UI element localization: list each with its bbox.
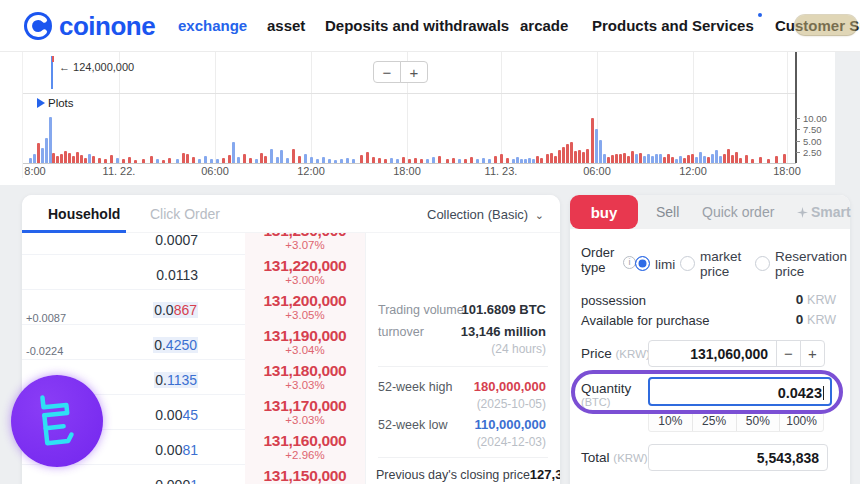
orderbook-row[interactable]: 0.0867131,200,000+3.05%: [22, 290, 365, 325]
volume-bar: [731, 155, 734, 163]
tab-smart[interactable]: Smart: [797, 204, 851, 220]
order-price-cell[interactable]: 131,150,000: [245, 465, 365, 484]
volume-bar: [60, 154, 63, 163]
coinone-exchange-page: { "nav": { "brand": "coinone", "items": …: [0, 0, 860, 484]
order-price-cell[interactable]: 131,160,000+2.96%: [245, 430, 365, 465]
radio-reservation-price[interactable]: [755, 256, 770, 271]
coinone-logo[interactable]: coinone: [24, 11, 155, 41]
volume-bar: [562, 147, 565, 163]
percent-25-button[interactable]: 25%: [692, 412, 736, 431]
order-price: 131,170,000: [245, 397, 365, 414]
available-label: Available for purchase: [581, 313, 709, 328]
nav-item-asset[interactable]: asset: [267, 17, 305, 34]
volume-bar: [80, 155, 83, 163]
y-axis-label: 5.00: [803, 136, 822, 147]
radio-limit-label[interactable]: limi: [655, 257, 675, 272]
volume-bar: [703, 156, 706, 163]
possession-value: 0 KRW: [796, 292, 836, 307]
price-field-label: Price (KRW): [581, 346, 650, 361]
quantity-input[interactable]: 0.0423: [648, 377, 832, 406]
nav-item-customer-support[interactable]: Customer Support: [775, 17, 860, 34]
y-axis-tick: [796, 152, 800, 153]
percent-100-button[interactable]: 100%: [779, 412, 823, 431]
volume-bar: [619, 154, 622, 163]
quantity-field-unit: (BTC): [581, 396, 610, 408]
volume-bar: [603, 154, 606, 163]
collection-dropdown[interactable]: Collection (Basic) ⌄: [427, 207, 544, 222]
tab-quick-order[interactable]: Quick order: [702, 204, 774, 220]
previous-close-value: 127,31: [530, 467, 560, 482]
order-change-percent: +3.07%: [245, 239, 365, 252]
tab-household[interactable]: Household: [48, 206, 120, 222]
y-axis-label: 7.50: [803, 124, 822, 135]
previous-close-row: Previous day's closing price127,31: [376, 467, 560, 482]
orderbook-card: 0.0007131,230,000+3.07%0.0113131,220,000…: [22, 195, 560, 484]
radio-limit-price[interactable]: [635, 256, 650, 271]
volume-bar: [45, 138, 48, 163]
percent-10-button[interactable]: 10%: [649, 412, 692, 431]
previous-close-label: Previous day's closing price: [376, 468, 530, 482]
price-input[interactable]: 131,060,000: [648, 340, 777, 367]
radio-market-price[interactable]: [680, 256, 695, 271]
price-increment-button[interactable]: +: [800, 340, 825, 367]
turnover-period: (24 hours): [491, 342, 546, 356]
total-input[interactable]: 5,543,838: [648, 444, 828, 471]
order-change-percent: +3.03%: [245, 414, 365, 427]
orderbook-row[interactable]: 0.0001131,150,000: [22, 465, 365, 484]
volume-bar: [438, 156, 441, 163]
volume-bar: [735, 152, 738, 163]
tab-buy[interactable]: buy: [570, 195, 638, 229]
tab-sell[interactable]: Sell: [656, 204, 679, 220]
volume-bar: [775, 156, 778, 163]
order-price: 131,190,000: [245, 327, 365, 344]
zoom-in-button[interactable]: +: [400, 61, 428, 83]
nav-item-arcade[interactable]: arcade: [520, 17, 568, 34]
orderbook-row[interactable]: 0.0113131,220,000+3.00%: [22, 255, 365, 290]
volume-bar: [68, 153, 71, 163]
volume-bar: [182, 153, 185, 163]
zoom-out-button[interactable]: −: [373, 61, 401, 83]
x-axis-label: 18:00: [773, 165, 801, 177]
new-badge-dot: [758, 13, 762, 17]
volume-bar: [150, 156, 153, 163]
volume-bar: [611, 155, 614, 163]
volume-bar: [232, 142, 235, 163]
week-high-label: 52-week high: [378, 380, 452, 394]
radio-market-label[interactable]: market price: [700, 249, 741, 279]
turnover-value: 13,146 million: [461, 324, 546, 339]
total-field-label: Total (KRW): [581, 450, 648, 465]
x-axis-label: 06:00: [583, 165, 611, 177]
price-decrement-button[interactable]: −: [776, 340, 801, 367]
brand-wordmark: coinone: [59, 11, 155, 41]
radio-reservation-label[interactable]: Reservation price: [775, 249, 847, 279]
top-navbar: coinone exchange asset Deposits and with…: [0, 0, 860, 52]
week-low-value: 110,000,000: [474, 417, 546, 432]
x-axis-label: 11. 22.: [103, 165, 136, 177]
volume-bar: [243, 154, 246, 163]
volume-bar: [292, 149, 295, 163]
chart-plot-area[interactable]: ← 124,000,000 Plots − + 8:0011. 22.06:00…: [22, 52, 795, 178]
percent-50-button[interactable]: 50%: [736, 412, 780, 431]
volume-bar: [186, 154, 189, 163]
nav-item-products-services[interactable]: Products and Services: [592, 17, 754, 34]
order-price-cell[interactable]: 131,180,000+3.03%: [245, 360, 365, 395]
volume-bar: [623, 153, 626, 163]
order-price: 131,180,000: [245, 362, 365, 379]
volume-bar: [627, 156, 630, 163]
x-axis-label: 06:00: [201, 165, 229, 177]
order-price-cell[interactable]: 131,170,000+3.03%: [245, 395, 365, 430]
collection-dropdown-label: Collection (Basic): [427, 207, 528, 222]
order-price-cell[interactable]: 131,190,000+3.04%: [245, 325, 365, 360]
order-price-cell[interactable]: 131,220,000+3.00%: [245, 255, 365, 290]
nav-item-exchange[interactable]: exchange: [178, 17, 247, 34]
volume-bar: [360, 155, 363, 163]
volume-bar: [659, 154, 662, 163]
week-low-date: (2024-12-03): [477, 435, 546, 449]
nav-item-deposits-withdrawals[interactable]: Deposits and withdrawals: [325, 17, 509, 34]
order-price-cell[interactable]: 131,200,000+3.05%: [245, 290, 365, 325]
tab-click-order[interactable]: Click Order: [150, 206, 220, 222]
volume-bar: [599, 140, 602, 163]
volume-bar: [586, 149, 589, 163]
orderbook-row[interactable]: 0.4250131,190,000+3.04%: [22, 325, 365, 360]
x-axis-label: 12:00: [297, 165, 325, 177]
